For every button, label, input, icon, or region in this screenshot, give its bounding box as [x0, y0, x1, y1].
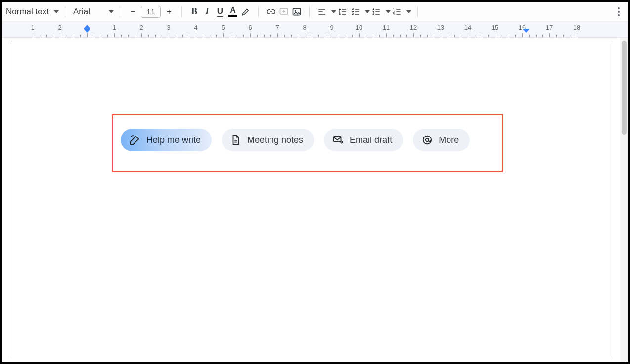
more-toolbar-button[interactable] — [612, 5, 625, 18]
font-size-input[interactable]: 11 — [141, 6, 161, 18]
font-size-group: − 11 + — [124, 2, 178, 21]
document-icon — [230, 135, 241, 145]
ruler-number: 9 — [330, 24, 333, 31]
ruler-number: 11 — [383, 24, 390, 31]
toolbar-separator — [181, 6, 182, 17]
checklist-button[interactable] — [349, 5, 362, 18]
chevron-down-icon — [406, 10, 411, 13]
ruler-number: 12 — [410, 24, 417, 31]
ruler-number: 6 — [248, 24, 252, 31]
chip-meeting-notes[interactable]: Meeting notes — [222, 129, 314, 151]
ruler-number: 13 — [437, 24, 444, 31]
chip-more[interactable]: More — [413, 129, 470, 151]
toolbar: Normal text Arial − 11 + B I — [2, 2, 628, 22]
ruler-number: 8 — [303, 24, 306, 31]
svg-point-11 — [618, 14, 620, 16]
more-vertical-icon — [617, 7, 620, 17]
ruler-number: 18 — [573, 24, 580, 31]
add-comment-button[interactable] — [277, 5, 290, 18]
document-page[interactable] — [11, 41, 613, 359]
align-dropdown[interactable] — [315, 5, 328, 18]
ruler-number: 2 — [139, 24, 143, 31]
svg-text:3: 3 — [393, 12, 395, 15]
chip-email-draft[interactable]: Email draft — [324, 129, 403, 151]
svg-point-2 — [295, 10, 296, 11]
ruler-number: 3 — [167, 24, 170, 31]
toolbar-separator — [309, 6, 310, 17]
document-scroll-area: Help me writeMeeting notesEmail draftMor… — [2, 38, 628, 362]
chip-help-me-write[interactable]: Help me write — [121, 129, 212, 151]
ruler-number: 14 — [464, 24, 471, 31]
insert-group — [263, 2, 305, 21]
underline-icon: U — [217, 7, 223, 17]
chevron-down-icon — [54, 10, 59, 13]
mail-send-icon — [333, 135, 344, 145]
insert-image-button[interactable] — [290, 5, 303, 18]
paragraph-style-dropdown[interactable]: Normal text — [2, 2, 61, 21]
chevron-down-icon — [365, 10, 370, 13]
ruler-number: 7 — [275, 24, 279, 31]
bulleted-list-button[interactable] — [370, 5, 383, 18]
font-size-value: 11 — [147, 7, 155, 16]
ruler-number: 4 — [194, 24, 197, 31]
line-spacing-button[interactable] — [336, 5, 349, 18]
magic-pen-icon — [130, 135, 140, 145]
chevron-down-icon — [331, 10, 336, 13]
underline-button[interactable]: U — [214, 5, 226, 18]
svg-point-14 — [426, 138, 429, 141]
toolbar-separator — [258, 6, 259, 17]
toolbar-separator — [120, 6, 120, 17]
bulleted-list-icon — [371, 7, 381, 17]
line-spacing-icon — [338, 7, 348, 17]
font-size-decrease-button[interactable]: − — [126, 5, 139, 18]
chevron-down-icon — [386, 10, 391, 13]
highlight-color-button[interactable] — [239, 5, 252, 18]
scrollbar-thumb[interactable] — [622, 41, 627, 135]
align-left-icon — [317, 7, 327, 17]
font-size-increase-button[interactable]: + — [163, 5, 176, 18]
image-icon — [292, 7, 302, 17]
chip-label: More — [439, 135, 459, 145]
bold-icon: B — [191, 6, 197, 17]
checklist-icon — [351, 7, 360, 17]
text-color-button[interactable]: A — [226, 5, 239, 18]
svg-point-5 — [372, 13, 374, 15]
chip-label: Help me write — [146, 135, 201, 145]
text-color-swatch — [228, 15, 237, 17]
plus-icon: + — [167, 7, 171, 16]
paragraph-group: 123 — [314, 2, 413, 21]
svg-rect-12 — [334, 136, 341, 142]
toolbar-separator — [65, 6, 65, 17]
ruler-number: 15 — [492, 24, 498, 31]
numbered-list-button[interactable]: 123 — [391, 5, 404, 18]
ruler-number: 1 — [112, 24, 116, 31]
svg-point-9 — [618, 7, 620, 9]
at-sign-icon — [422, 135, 433, 145]
italic-icon: I — [205, 6, 209, 17]
font-family-label: Arial — [71, 7, 106, 17]
ruler-number: 17 — [546, 24, 553, 31]
text-format-group: B I U A — [186, 2, 254, 21]
ruler-number: 10 — [356, 24, 362, 31]
bold-button[interactable]: B — [188, 5, 201, 18]
chevron-down-icon — [109, 10, 114, 13]
vertical-scrollbar[interactable] — [620, 38, 628, 362]
font-family-dropdown[interactable]: Arial — [69, 2, 116, 21]
suggestion-chip-row: Help me writeMeeting notesEmail draftMor… — [121, 129, 470, 151]
horizontal-ruler[interactable]: 21123456789101112131415161718 — [2, 22, 628, 38]
svg-point-13 — [423, 136, 432, 144]
svg-point-4 — [372, 11, 374, 12]
ruler-number: 1 — [31, 24, 34, 31]
toolbar-separator — [417, 6, 418, 17]
insert-link-button[interactable] — [265, 5, 277, 18]
chip-label: Meeting notes — [247, 135, 303, 145]
minus-icon: − — [130, 7, 135, 16]
italic-button[interactable]: I — [201, 5, 214, 18]
paragraph-style-label: Normal text — [4, 7, 51, 17]
link-icon — [266, 7, 276, 17]
ruler-number: 2 — [58, 24, 61, 31]
numbered-list-icon: 123 — [392, 7, 402, 17]
app-frame: Normal text Arial − 11 + B I — [0, 0, 630, 364]
text-color-letter: A — [230, 6, 236, 14]
svg-point-3 — [372, 8, 374, 10]
